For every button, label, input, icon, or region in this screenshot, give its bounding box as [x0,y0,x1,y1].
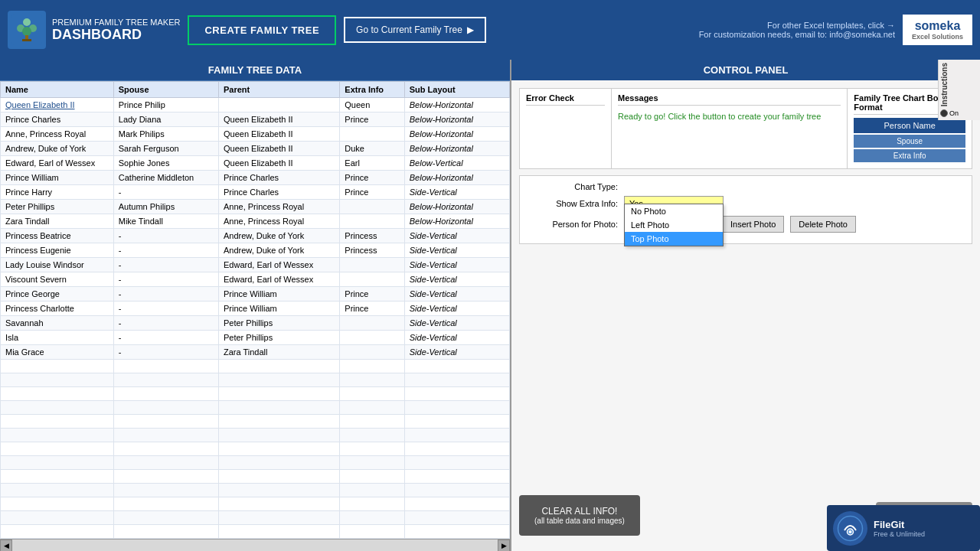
cell-parent [218,98,339,112]
cell-name[interactable]: Edward, Earl of Wessex [1,156,114,171]
cell-name[interactable]: Princess Eugenie [1,243,114,258]
cell-spouse: - [113,272,218,287]
empty-cell [218,484,339,497]
dropdown-item-no-photo[interactable]: No Photo [625,204,723,218]
delete-photo-button[interactable]: Delete Photo [790,216,856,233]
table-row[interactable]: Edward, Earl of WessexSophie JonesQueen … [1,156,510,171]
scroll-right-button[interactable]: ▶ [498,540,510,552]
table-row[interactable]: Queen Elizabeth IIPrince PhilipQueenBelo… [1,98,510,112]
empty-row [1,511,510,525]
cell-extra [340,272,404,287]
goto-current-tree-button[interactable]: Go to Current Family Tree ▶ [344,17,486,43]
empty-cell [404,456,509,470]
cell-sub-layout: Side-Vertical [404,345,509,360]
scroll-track[interactable] [12,540,498,551]
dropdown-item-top-photo[interactable]: Top Photo [625,232,723,246]
dropdown-item-left-photo[interactable]: Left Photo [625,218,723,232]
cell-name[interactable]: Lady Louise Windsor [1,258,114,272]
empty-cell [404,525,509,539]
cell-name[interactable]: Princess Beatrice [1,229,114,243]
cell-name[interactable]: Isla [1,331,114,345]
cell-sub-layout: Below-Horizontal [404,214,509,229]
name-link[interactable]: Queen Elizabeth II [5,100,75,109]
table-row[interactable]: Viscount Severn-Edward, Earl of WessexSi… [1,272,510,287]
table-row[interactable]: Prince WilliamCatherine MiddletonPrince … [1,171,510,185]
cell-name[interactable]: Peter Phillips [1,200,114,214]
bottom-scrollbar[interactable]: ◀ ▶ [0,539,510,551]
cell-name[interactable]: Anne, Princess Royal [1,127,114,142]
table-row[interactable]: Isla-Peter PhillipsSide-Vertical [1,331,510,345]
family-tree-table-container[interactable]: Name Spouse Parent Extra Info Sub Layout… [0,81,510,539]
cell-parent: Queen Elizabeth II [218,112,339,127]
table-row[interactable]: Prince George-Prince WilliamPrinceSide-V… [1,287,510,302]
cell-name[interactable]: Prince William [1,171,114,185]
empty-cell [113,442,218,456]
col-header-parent: Parent [218,82,339,98]
table-row[interactable]: Peter PhillipsAutumn PhilipsAnne, Prince… [1,200,510,214]
table-row[interactable]: Zara TindallMike TindallAnne, Princess R… [1,214,510,229]
table-row[interactable]: Prince Harry-Prince CharlesPrinceSide-Ve… [1,185,510,200]
empty-cell [218,511,339,525]
empty-cell [404,415,509,429]
empty-cell [340,456,404,470]
cell-spouse: - [113,302,218,316]
format-extra-info: Extra Info [854,149,965,162]
header-contact: For other Excel templates, click → For c… [699,21,895,39]
empty-row [1,497,510,511]
cell-extra: Earl [340,156,404,171]
scroll-left-button[interactable]: ◀ [0,540,12,552]
cell-name[interactable]: Viscount Severn [1,272,114,287]
cell-name[interactable]: Prince Harry [1,185,114,200]
instructions-title: Instructions [940,63,949,106]
instructions-radio[interactable] [940,109,948,117]
table-row[interactable]: Andrew, Duke of YorkSarah FergusonQueen … [1,142,510,156]
insert-photo-button[interactable]: Insert Photo [722,216,784,233]
someka-logo: someka Excel Solutions [903,15,972,45]
main-content: FAMILY TREE DATA Name Spouse Parent Extr… [0,60,980,551]
cell-parent: Anne, Princess Royal [218,214,339,229]
table-row[interactable]: Anne, Princess RoyalMark PhilipsQueen El… [1,127,510,142]
cell-sub-layout: Below-Horizontal [404,142,509,156]
instructions-on-label: On [949,109,959,117]
show-extra-label: Show Extra Info: [526,199,618,208]
chart-type-label: Chart Type: [526,182,618,191]
cell-name[interactable]: Savannah [1,316,114,331]
create-family-tree-button[interactable]: CREATE FAMILY TREE [188,15,336,45]
empty-cell [404,387,509,401]
empty-cell [404,401,509,415]
table-row[interactable]: Lady Louise Windsor-Edward, Earl of Wess… [1,258,510,272]
cell-name[interactable]: Andrew, Duke of York [1,142,114,156]
empty-cell [218,373,339,387]
cell-name[interactable]: Prince George [1,287,114,302]
cell-extra: Prince [340,171,404,185]
table-row[interactable]: Princess Eugenie-Andrew, Duke of YorkPri… [1,243,510,258]
goto-btn-label: Go to Current Family Tree [356,24,462,35]
cell-sub-layout: Below-Horizontal [404,171,509,185]
table-row[interactable]: Mia Grace-Zara TindallSide-Vertical [1,345,510,360]
control-panel-body: Error Check Messages Ready to go! Click … [511,80,980,551]
cell-parent: Andrew, Duke of York [218,229,339,243]
cell-name[interactable]: Queen Elizabeth II [1,98,114,112]
table-row[interactable]: Savannah-Peter PhillipsSide-Vertical [1,316,510,331]
clear-all-button[interactable]: CLEAR ALL INFO! (all table data and imag… [519,495,640,536]
right-panel: CONTROL PANEL Error Check Messages Ready… [511,60,980,551]
cell-sub-layout: Below-Horizontal [404,200,509,214]
cell-parent: Queen Elizabeth II [218,127,339,142]
family-tree-title: FAMILY TREE DATA [0,60,510,81]
cell-sub-layout: Side-Vertical [404,229,509,243]
person-photo-row: Person for Photo: Insert Photo Delete Ph… [526,216,965,233]
empty-cell [113,525,218,539]
cell-name[interactable]: Princess Charlotte [1,302,114,316]
filegit-text-area: FileGit Free & Unlimited [874,519,925,538]
empty-cell [340,429,404,442]
table-row[interactable]: Princess Beatrice-Andrew, Duke of YorkPr… [1,229,510,243]
cell-name[interactable]: Zara Tindall [1,214,114,229]
table-row[interactable]: Prince CharlesLady DianaQueen Elizabeth … [1,112,510,127]
cell-sub-layout: Below-Horizontal [404,112,509,127]
cell-spouse: - [113,258,218,272]
cell-extra: Prince [340,185,404,200]
empty-row [1,442,510,456]
cell-name[interactable]: Prince Charles [1,112,114,127]
table-row[interactable]: Princess Charlotte-Prince WilliamPrinceS… [1,302,510,316]
cell-name[interactable]: Mia Grace [1,345,114,360]
